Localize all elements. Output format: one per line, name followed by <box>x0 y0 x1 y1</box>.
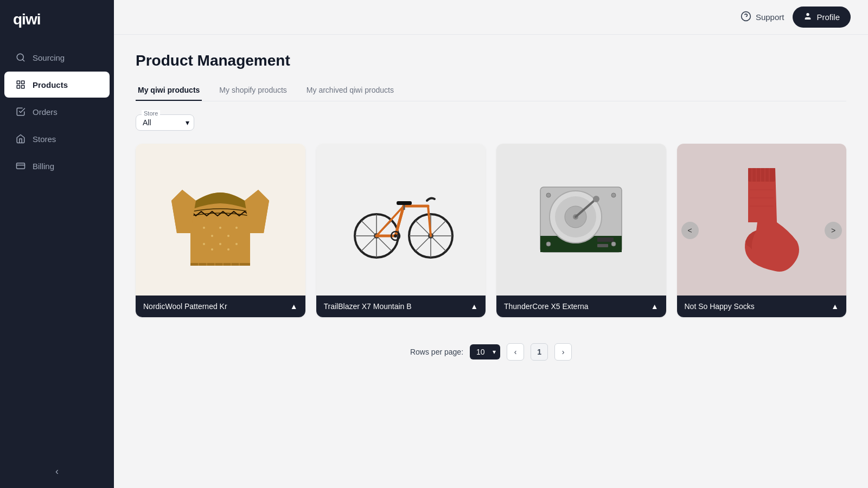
svg-point-65 <box>546 193 551 197</box>
hdd-svg <box>527 165 635 274</box>
sidebar-item-sourcing-label: Sourcing <box>33 53 65 62</box>
svg-line-46 <box>431 236 446 251</box>
pagination: Rows per page: 10 20 50 ‹ 1 › <box>136 335 846 369</box>
product-name-3: ThunderCore X5 Externa <box>504 302 651 311</box>
tabs-bar: My qiwi products My shopify products My … <box>136 80 846 101</box>
product-image-4 <box>677 144 847 296</box>
billing-icon <box>15 160 26 171</box>
svg-point-64 <box>593 196 599 202</box>
page-prev-button[interactable]: ‹ <box>507 343 524 361</box>
rows-per-page-wrapper: 10 20 50 <box>470 344 500 359</box>
bike-svg <box>347 165 455 274</box>
svg-line-35 <box>361 236 376 251</box>
svg-point-56 <box>394 234 397 237</box>
svg-point-11 <box>203 227 205 229</box>
sidebar-nav: Sourcing Products Orders <box>0 39 114 455</box>
products-icon <box>15 79 26 90</box>
sidebar-item-products-label: Products <box>33 80 68 89</box>
sidebar-item-orders[interactable]: Orders <box>4 99 110 125</box>
rows-per-page-select[interactable]: 10 20 50 <box>470 344 500 359</box>
profile-icon <box>803 12 812 22</box>
svg-point-13 <box>219 227 221 229</box>
sidebar-item-orders-label: Orders <box>33 107 58 117</box>
product-footer-1: NordicWool Patterned Kr ▲ <box>136 296 305 317</box>
support-button[interactable]: Support <box>741 11 784 23</box>
product-prev-button-4[interactable]: < <box>681 222 699 239</box>
sidebar-item-stores-label: Stores <box>33 134 56 144</box>
svg-point-68 <box>611 242 616 246</box>
product-next-button-4[interactable]: > <box>825 222 842 239</box>
product-expand-icon-2: ▲ <box>470 302 478 311</box>
tab-archived-products[interactable]: My archived qiwi products <box>304 80 396 101</box>
product-card-4[interactable]: < > <box>677 144 847 317</box>
sidebar-item-stores[interactable]: Stores <box>4 126 110 152</box>
svg-point-14 <box>227 235 229 237</box>
sourcing-icon <box>15 52 26 63</box>
product-image-2 <box>316 144 486 296</box>
product-image-1 <box>136 144 305 296</box>
product-name-2: TrailBlazer X7 Mountain B <box>324 302 471 311</box>
svg-line-52 <box>428 206 431 236</box>
store-filter-label: Store <box>142 110 160 117</box>
profile-button[interactable]: Profile <box>793 7 851 28</box>
tab-shopify-products[interactable]: My shopify products <box>217 80 289 101</box>
product-card-1[interactable]: NordicWool Patterned Kr ▲ <box>136 144 305 317</box>
sidebar-collapse-button[interactable]: ‹ <box>0 455 114 488</box>
store-filter-box: Store All Store 1 Store 2 ▾ <box>136 114 194 131</box>
tab-qiwi-products[interactable]: My qiwi products <box>136 80 202 101</box>
profile-label: Profile <box>816 12 840 22</box>
product-image-3 <box>496 144 666 296</box>
page-1-button[interactable]: 1 <box>531 343 548 361</box>
svg-line-36 <box>376 236 392 251</box>
support-label: Support <box>756 12 784 22</box>
sidebar-item-sourcing[interactable]: Sourcing <box>4 44 110 70</box>
product-name-4: Not So Happy Socks <box>685 302 832 311</box>
page-title: Product Management <box>136 52 846 69</box>
svg-point-15 <box>235 227 238 229</box>
svg-point-67 <box>546 242 551 246</box>
orders-icon <box>15 106 26 117</box>
store-filter-container: Store All Store 1 Store 2 ▾ <box>136 114 846 131</box>
rows-per-page-label: Rows per page: <box>410 348 463 356</box>
header: Support Profile <box>114 0 868 35</box>
sidebar: qiwi Sourcing Products <box>0 0 114 488</box>
svg-rect-2 <box>17 81 20 84</box>
svg-line-44 <box>431 221 446 236</box>
sidebar-item-products[interactable]: Products <box>4 72 110 98</box>
product-expand-icon-1: ▲ <box>290 302 298 311</box>
svg-point-20 <box>235 243 238 245</box>
svg-line-1 <box>22 59 24 61</box>
content-area: Product Management My qiwi products My s… <box>114 35 868 488</box>
product-name-1: NordicWool Patterned Kr <box>143 302 290 311</box>
product-footer-3: ThunderCore X5 Externa ▲ <box>496 296 666 317</box>
store-chevron-icon: ▾ <box>186 118 189 127</box>
store-filter-select[interactable]: All Store 1 Store 2 <box>143 118 176 127</box>
svg-point-10 <box>807 13 809 16</box>
svg-point-19 <box>227 248 229 251</box>
svg-rect-3 <box>22 81 24 84</box>
sidebar-item-billing-label: Billing <box>33 162 54 171</box>
svg-point-16 <box>203 243 205 245</box>
sweater-svg <box>166 157 275 282</box>
app-logo: qiwi <box>0 0 114 39</box>
product-footer-4: Not So Happy Socks ▲ <box>677 296 847 317</box>
support-icon <box>741 11 751 23</box>
product-expand-icon-4: ▲ <box>831 302 839 311</box>
svg-rect-69 <box>597 237 614 242</box>
svg-rect-70 <box>597 244 608 247</box>
stores-icon <box>15 133 26 144</box>
product-card-3[interactable]: ThunderCore X5 Externa ▲ <box>496 144 666 317</box>
product-expand-icon-3: ▲ <box>651 302 659 311</box>
sidebar-item-billing[interactable]: Billing <box>4 153 110 179</box>
svg-point-12 <box>211 235 213 237</box>
page-next-button[interactable]: › <box>554 343 572 361</box>
svg-point-17 <box>211 248 213 251</box>
main-content: Support Profile Product Management My qi… <box>114 0 868 488</box>
product-card-2[interactable]: TrailBlazer X7 Mountain B ▲ <box>316 144 486 317</box>
sock-svg <box>713 157 810 282</box>
svg-rect-53 <box>397 201 412 205</box>
svg-point-18 <box>219 243 221 245</box>
svg-rect-4 <box>22 86 24 88</box>
svg-point-66 <box>611 193 616 197</box>
svg-line-43 <box>416 221 431 236</box>
